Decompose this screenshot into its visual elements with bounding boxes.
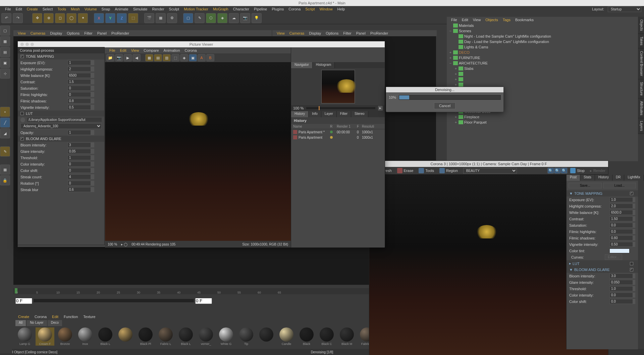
material-swatch[interactable]: Bronze [56, 327, 74, 346]
prop-input[interactable] [67, 142, 91, 147]
prop-input[interactable] [67, 149, 91, 154]
dock-tab-takes[interactable]: Takes [638, 34, 644, 48]
spinner-icon[interactable] [633, 210, 635, 215]
tab-histogram[interactable]: Histogram [313, 62, 335, 68]
nav-zoom-fit[interactable]: ▸ [378, 106, 383, 110]
obj-menu-tags[interactable]: Tags [500, 18, 513, 22]
prop-input[interactable] [67, 60, 91, 65]
prop-input[interactable] [67, 181, 91, 186]
prop-input[interactable] [67, 79, 91, 84]
prop-input[interactable] [609, 204, 633, 209]
menu-mograph[interactable]: MoGraph [211, 7, 231, 11]
spinner-icon[interactable] [633, 216, 635, 221]
spinner-icon[interactable] [633, 280, 635, 285]
material-swatch[interactable]: Black Pl [136, 327, 155, 346]
select-tool[interactable]: ✥ [32, 13, 42, 23]
nav-zoom-slider[interactable] [306, 107, 375, 109]
render-preview[interactable] [105, 62, 291, 241]
spinner-icon[interactable] [91, 142, 94, 147]
pv-tool-3[interactable]: ▶ [124, 54, 132, 61]
undo-button[interactable]: ↶ [1, 13, 11, 23]
prop-input[interactable] [609, 210, 633, 215]
prop-input[interactable] [609, 286, 633, 291]
maximize-icon[interactable] [31, 43, 34, 46]
spinner-icon[interactable] [633, 273, 635, 278]
spinner-icon[interactable] [91, 174, 94, 179]
spinner-icon[interactable] [633, 229, 635, 234]
pv-tool-7[interactable]: ▥ [163, 54, 171, 61]
pv-tool-5[interactable]: ▦ [145, 54, 153, 61]
lock-toggle[interactable]: 🔒 [0, 175, 10, 185]
view-menu-view[interactable]: View [15, 31, 28, 35]
tree-item[interactable]: + [447, 77, 638, 82]
tree-item[interactable]: −ARCHITECTURE [447, 60, 638, 66]
poly-mode[interactable]: ◢ [0, 128, 10, 138]
menu-plugins[interactable]: Plugins [269, 7, 286, 11]
pv-tool-1[interactable]: 📁 [106, 54, 114, 61]
render-settings[interactable]: ⚙ [167, 13, 177, 23]
tonemapping-header[interactable]: TONE MAPPING [18, 53, 104, 59]
view-menu-cameras[interactable]: Cameras [287, 31, 307, 35]
obj-menu-file[interactable]: File [449, 18, 460, 22]
x-axis-lock[interactable]: X [94, 13, 104, 23]
pv-menu-edit[interactable]: Edit [118, 48, 129, 52]
menu-sculpt[interactable]: Sculpt [167, 7, 182, 11]
pv-titlebar[interactable]: Picture Viewer [18, 41, 385, 47]
material-swatch[interactable]: Candle [277, 327, 296, 346]
dock-tab-structure[interactable]: Structure [638, 79, 644, 99]
lut-preset-select[interactable]: Adanmq_Advantix_100 [20, 123, 102, 129]
mat-filter-no-layer[interactable]: No Layer [26, 320, 47, 326]
pv-tool-4[interactable]: ◀ [132, 54, 141, 61]
spinner-icon[interactable] [633, 299, 635, 304]
menu-pipeline[interactable]: Pipeline [252, 7, 269, 11]
prop-input[interactable] [609, 273, 633, 278]
render-view[interactable]: 🎬 [144, 13, 154, 23]
environment-button[interactable]: ☁ [229, 13, 239, 23]
view-menu-cameras[interactable]: Cameras [28, 31, 48, 35]
tab-history[interactable]: History [595, 175, 612, 181]
workplane-mode[interactable]: ▤ [0, 47, 10, 57]
material-swatch[interactable]: Cream F [36, 327, 54, 346]
view-menu-prorender[interactable]: ProRender [368, 31, 390, 35]
tweak-mode[interactable]: ✎ [0, 146, 10, 157]
menu-select[interactable]: Select [40, 7, 55, 11]
pv-menu-corona[interactable]: Corona [182, 48, 199, 52]
tools-button[interactable]: Tools [416, 167, 437, 174]
tab-info[interactable]: Info [309, 111, 321, 117]
tab-filter[interactable]: Filter [337, 111, 351, 117]
spinner-icon[interactable] [633, 204, 635, 209]
mat-menu-create[interactable]: Create [15, 315, 32, 320]
obj-menu-edit[interactable]: Edit [460, 18, 471, 22]
menu-mesh[interactable]: Mesh [68, 7, 82, 11]
vfb-zoom1[interactable]: 🔍 [547, 168, 554, 174]
prop-input[interactable] [67, 174, 91, 179]
pass-select[interactable]: BEAUTY [463, 168, 517, 174]
spinner-icon[interactable] [633, 223, 635, 228]
prop-input[interactable] [67, 162, 91, 167]
view-menu-prorender[interactable]: ProRender [109, 31, 131, 35]
spinner-icon[interactable] [91, 98, 94, 103]
obj-menu-bookmarks[interactable]: Bookmarks [513, 18, 536, 22]
prop-input[interactable] [67, 168, 91, 173]
color-tint-swatch[interactable] [609, 249, 630, 253]
close-icon[interactable] [20, 43, 24, 46]
editor-button[interactable]: Editor... [605, 254, 622, 260]
redo-button[interactable]: ↷ [13, 13, 23, 23]
view-menu-options[interactable]: Options [64, 31, 82, 35]
material-swatch[interactable]: Inox [76, 327, 95, 346]
prop-input[interactable] [67, 92, 91, 97]
menu-window[interactable]: Window [317, 7, 335, 11]
material-swatch[interactable] [257, 327, 276, 346]
object-mode[interactable]: ▣ [0, 58, 10, 68]
menu-motion-tracker[interactable]: Motion Tracker [181, 7, 211, 11]
z-axis-lock[interactable]: Z [117, 13, 127, 23]
menu-script[interactable]: Script [303, 7, 317, 11]
deformer-button[interactable]: ◈ [217, 13, 227, 23]
mat-menu-texture[interactable]: Texture [80, 315, 98, 320]
stop-button[interactable]: Stop [568, 167, 587, 174]
material-swatch[interactable]: Black M [337, 327, 356, 346]
move-tool[interactable]: ⊕ [44, 13, 54, 23]
model-mode[interactable]: ▢ [0, 26, 10, 36]
prop-input[interactable] [609, 280, 633, 285]
prop-input[interactable] [609, 197, 633, 202]
